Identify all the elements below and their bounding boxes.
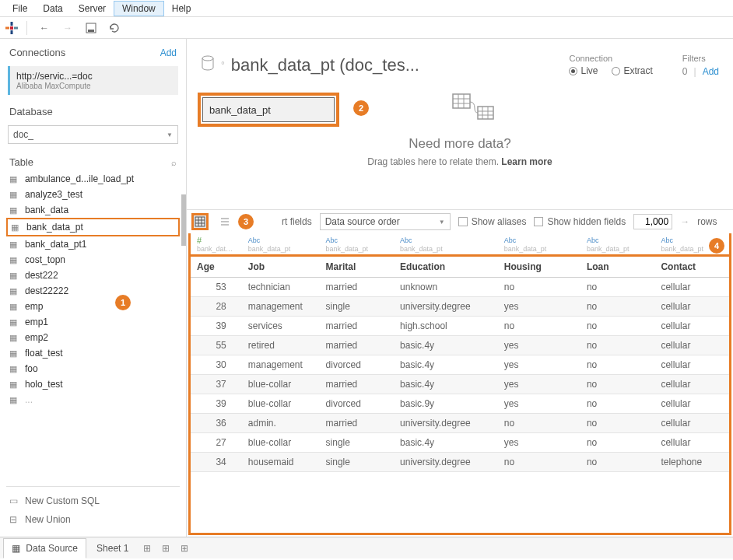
table-item[interactable]: ▦... [6,392,180,408]
table-item[interactable]: ▦foo [6,361,180,376]
table-icon: ▦ [9,174,20,184]
svg-rect-4 [10,26,13,30]
connection-item[interactable]: http://servic...=doc Alibaba MaxCompute [8,66,178,95]
table-item[interactable]: ▦float_test [6,345,180,361]
table-item[interactable]: ▦dest22222 [6,283,180,299]
data-grid[interactable]: #AbcAbcAbcAbcAbcAbcbank_data_ptbank_data… [188,233,731,535]
svg-rect-6 [88,30,94,32]
svg-rect-13 [478,107,493,119]
extract-radio[interactable]: Extract [612,65,652,76]
table-icon: ▦ [9,205,20,215]
table-item[interactable]: ▦analyze3_test [6,187,180,202]
menu-data[interactable]: Data [35,2,70,16]
table-row[interactable]: 28managementsingleuniversity.degreeyesno… [191,297,729,317]
table-item[interactable]: ▦holo_test [6,376,180,392]
live-radio[interactable]: Live [569,65,598,76]
table-row[interactable]: 39blue-collardivorcedbasic.9yyesnocellul… [191,394,729,414]
table-row[interactable]: 53technicianmarriedunknownnonocellular [191,278,729,297]
back-button[interactable]: ← [35,19,54,37]
table-item[interactable]: ▦emp2 [6,330,180,345]
table-item[interactable]: ▦dest222 [6,268,180,283]
table-row[interactable]: 34housemaidsingleuniversity.degreenonote… [191,453,729,472]
menu-window[interactable]: Window [114,1,164,16]
datasource-title[interactable]: bank_data_pt (doc_tes... [231,55,552,75]
arrow-right-icon[interactable]: → [680,216,689,227]
filters-add-button[interactable]: Add [703,66,719,77]
grid-view-button[interactable] [191,213,209,230]
new-dashboard-button[interactable]: ⊞ [157,541,174,556]
sheet1-tab[interactable]: Sheet 1 [88,538,137,558]
refresh-button[interactable] [105,19,124,37]
need-more-data-label: Need more data? [409,136,510,152]
table-row[interactable]: 36admin.marrieduniversity.degreenonocell… [191,414,729,433]
scrollbar-thumb[interactable] [181,194,186,246]
connection-type-label: Connection [569,54,652,63]
menu-file[interactable]: File [5,2,35,16]
datasource-tab-icon: ▦ [12,543,20,554]
table-row[interactable]: 30managementdivorcedbasic.4yyesnocellula… [191,355,729,375]
radio-off-icon [612,67,620,75]
table-item[interactable]: ▦cost_topn [6,252,180,268]
sort-fields-select[interactable]: Data source order ▼ [320,213,451,230]
column-header[interactable]: Housing [498,256,580,278]
table-icon: ▦ [9,395,20,405]
table-icon: ▦ [9,240,20,250]
add-connection-button[interactable]: Add [160,47,177,58]
table-icon: ▦ [9,271,20,281]
show-hidden-checkbox[interactable]: Show hidden fields [534,216,626,227]
list-view-button[interactable] [216,213,233,230]
table-row[interactable]: 27blue-collarsinglebasic.4yyesnocellular [191,433,729,453]
connection-provider: Alibaba MaxCompute [16,82,172,90]
table-item[interactable]: ▦bank_data [6,202,180,218]
grid-toolbar: 3 rt fields Data source order ▼ Show ali… [187,209,733,233]
search-icon[interactable]: ⌕ [171,158,177,167]
menu-server[interactable]: Server [71,2,114,16]
new-custom-sql-button[interactable]: ▭ New Custom SQL [6,492,180,510]
table-item[interactable]: ▦bank_data_pt [6,218,180,236]
new-story-button[interactable]: ⊞ [176,541,193,556]
join-icon [451,93,495,126]
menubar: FileDataServerWindowHelp [0,0,733,17]
forward-button[interactable]: → [58,19,77,37]
table-item[interactable]: ▦ambulance_d...ile_load_pt [6,171,180,187]
column-type: Abc [320,233,395,245]
data-source-tab[interactable]: ▦ Data Source [3,538,86,558]
callout-4: 4 [709,238,724,254]
column-source: bank_data_pt [320,245,395,256]
show-aliases-checkbox[interactable]: Show aliases [458,216,527,227]
table-chip[interactable]: bank_data_pt [198,93,339,127]
sort-fields-label: rt fields [282,216,312,227]
sidebar: Connections Add http://servic...=doc Ali… [0,39,187,537]
new-worksheet-button[interactable]: ⊞ [139,541,156,556]
column-source: bank_data_pt [242,245,320,256]
menu-help[interactable]: Help [164,2,199,16]
table-item[interactable]: ▦emp [6,299,180,314]
column-header[interactable]: Marital [320,256,395,278]
learn-more-link[interactable]: Learn more [501,156,552,167]
rows-label: rows [697,216,717,227]
table-row[interactable]: 39servicesmarriedhigh.schoolnonocellular [191,317,729,336]
column-header[interactable]: Job [242,256,320,278]
rows-input[interactable] [633,214,672,229]
table-item[interactable]: ▦emp1 [6,314,180,330]
column-header[interactable]: Loan [580,256,655,278]
column-header[interactable]: Age [191,256,242,278]
table-item[interactable]: ▦bank_data_pt1 [6,236,180,252]
table-row[interactable]: 55retiredmarriedbasic.4yyesnocellular [191,336,729,355]
canvas-area[interactable]: bank_data_pt 2 Need more data? Drag tabl… [187,77,733,209]
svg-rect-1 [11,30,13,34]
table-row[interactable]: 37blue-collarmarriedbasic.4yyesnocellula… [191,375,729,394]
union-icon: ⊟ [9,514,20,525]
column-header[interactable]: Contact [654,256,729,278]
column-type: Abc [394,233,498,245]
column-header[interactable]: Education [394,256,498,278]
table-icon: ▦ [9,190,20,200]
save-button[interactable] [82,19,100,37]
table-icon: ▦ [9,348,20,359]
column-type: Abc [242,233,320,245]
connection-url: http://servic...=doc [16,71,172,82]
table-icon: ▦ [9,333,20,343]
new-union-button[interactable]: ⊟ New Union [6,510,180,529]
checkbox-icon [458,217,468,226]
database-select[interactable]: doc_ ▼ [8,125,178,144]
